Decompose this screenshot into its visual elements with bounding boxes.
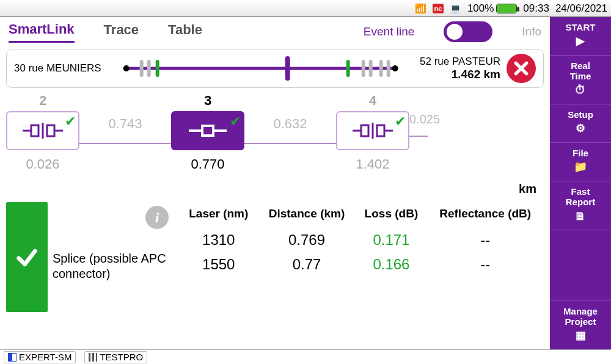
check-icon: ✔ bbox=[65, 114, 76, 129]
start-label: START bbox=[566, 22, 596, 32]
check-icon: ✔ bbox=[395, 114, 406, 129]
wifi-icon: 📶 bbox=[415, 3, 426, 14]
table-header-row: Laser (nm) Distance (km) Loss (dB) Refle… bbox=[180, 202, 544, 228]
battery-pct: 100% bbox=[467, 2, 494, 15]
nc-icon: nc bbox=[433, 4, 444, 13]
svg-rect-11 bbox=[386, 60, 390, 77]
grid-icon: ▦ bbox=[552, 329, 609, 342]
project-tag-b[interactable]: TESTPRO bbox=[84, 351, 147, 363]
th-distance: Distance (km) bbox=[258, 202, 356, 228]
realtime-button[interactable]: Real Time ⏱ bbox=[550, 56, 611, 104]
segment-3-dist: 0.025 bbox=[409, 112, 440, 126]
battery-icon bbox=[496, 4, 517, 13]
svg-point-1 bbox=[123, 65, 129, 71]
manageproject-button[interactable]: Manage Project ▦ bbox=[550, 301, 611, 349]
svg-rect-15 bbox=[47, 125, 54, 136]
battery-indicator: 100% bbox=[467, 2, 517, 15]
setup-button[interactable]: Setup ⚙ bbox=[550, 104, 611, 143]
event-3-card[interactable]: ✔ bbox=[171, 111, 244, 150]
total-length: 1.462 km bbox=[420, 68, 500, 81]
event-3[interactable]: 3 ✔ 0.770 bbox=[171, 93, 244, 172]
svg-rect-21 bbox=[361, 125, 368, 136]
fastreport-button[interactable]: Fast Report 🗎 bbox=[550, 181, 611, 230]
connector-icon bbox=[351, 120, 394, 141]
barcode-mini-icon bbox=[89, 353, 97, 362]
play-icon: ▶ bbox=[552, 35, 609, 48]
th-reflectance: Reflectance (dB) bbox=[426, 202, 544, 228]
fail-indicator[interactable] bbox=[507, 54, 536, 83]
event-2-num: 2 bbox=[39, 93, 46, 109]
svg-rect-18 bbox=[202, 126, 213, 136]
setup-label: Setup bbox=[568, 109, 593, 120]
detail-table: Laser (nm) Distance (km) Loss (dB) Refle… bbox=[180, 202, 544, 312]
folder-icon: 📁 bbox=[552, 161, 609, 173]
file-label: File bbox=[573, 148, 588, 158]
connector-icon bbox=[21, 120, 64, 141]
event-4-num: 4 bbox=[369, 93, 376, 109]
project-a-label: EXPERT-SM bbox=[19, 352, 71, 362]
view-tabs: SmartLink Trace Table Event line Info bbox=[0, 17, 550, 46]
tab-smartlink[interactable]: SmartLink bbox=[9, 21, 75, 43]
bottom-bar: EXPERT-SM TESTPRO bbox=[0, 349, 611, 364]
manageproject-label: Manage Project bbox=[563, 306, 598, 327]
info-button[interactable]: i bbox=[145, 206, 169, 229]
network-icon: 💻 bbox=[450, 3, 461, 14]
segment-1-dist: 0.743 bbox=[108, 116, 142, 132]
stopwatch-icon: ⏱ bbox=[552, 84, 609, 96]
svg-rect-8 bbox=[361, 60, 365, 77]
event-4[interactable]: 4 ✔ 1.402 bbox=[336, 93, 409, 172]
table-row: 1550 0.77 0.166 -- bbox=[180, 252, 544, 277]
link-overview: 30 rue MEUNIERS bbox=[6, 49, 544, 88]
cell-loss: 0.166 bbox=[356, 252, 426, 277]
cell-laser: 1550 bbox=[180, 252, 258, 277]
side-toolbar: START ▶ Real Time ⏱ Setup ⚙ File 📁 Fast … bbox=[550, 17, 611, 349]
svg-rect-10 bbox=[379, 60, 382, 77]
table-row: 1310 0.769 0.171 -- bbox=[180, 228, 544, 252]
svg-rect-13 bbox=[31, 125, 38, 136]
project-b-label: TESTPRO bbox=[100, 352, 143, 362]
detail-description: i Splice (possible APC connector) bbox=[53, 202, 175, 312]
loc-a: 30 rue MEUNIERS bbox=[14, 62, 101, 75]
splice-icon bbox=[186, 122, 229, 139]
segment-2: 0.632 bbox=[244, 93, 336, 144]
th-loss: Loss (dB) bbox=[356, 202, 426, 228]
svg-rect-6 bbox=[285, 56, 290, 81]
svg-rect-7 bbox=[346, 60, 349, 77]
event-4-dist: 1.402 bbox=[356, 156, 389, 172]
unit-label: km bbox=[519, 182, 536, 196]
side-spacer bbox=[550, 230, 611, 301]
event-4-card[interactable]: ✔ bbox=[336, 111, 409, 150]
event-2-dist: 0.026 bbox=[26, 156, 59, 172]
tab-trace[interactable]: Trace bbox=[104, 22, 139, 42]
svg-rect-23 bbox=[377, 125, 384, 136]
eventline-toggle[interactable] bbox=[444, 21, 492, 42]
overview-track[interactable] bbox=[108, 56, 414, 81]
detail-desc-text: Splice (possible APC connector) bbox=[53, 233, 175, 282]
segment-3: 0.025 bbox=[409, 93, 428, 137]
check-icon: ✔ bbox=[230, 114, 241, 129]
th-laser: Laser (nm) bbox=[180, 202, 258, 228]
file-button[interactable]: File 📁 bbox=[550, 143, 611, 181]
cell-distance: 0.77 bbox=[258, 252, 356, 277]
event-detail: i Splice (possible APC connector) Laser … bbox=[6, 202, 544, 312]
event-3-dist: 0.770 bbox=[191, 156, 224, 172]
tab-table[interactable]: Table bbox=[168, 22, 202, 42]
cell-laser: 1310 bbox=[180, 228, 258, 252]
project-tag-a[interactable]: EXPERT-SM bbox=[4, 351, 76, 363]
eventline-label: Event line bbox=[364, 25, 414, 38]
report-icon: 🗎 bbox=[552, 210, 609, 223]
event-carousel[interactable]: 2 ✔ 0.026 0. bbox=[0, 93, 550, 200]
cell-reflectance: -- bbox=[426, 228, 544, 252]
loc-b: 52 rue PASTEUR 1.462 km bbox=[420, 56, 500, 81]
start-button[interactable]: START ▶ bbox=[550, 17, 611, 56]
check-icon bbox=[15, 245, 39, 269]
overview-svg bbox=[108, 56, 414, 81]
close-icon bbox=[513, 60, 529, 76]
loc-b-text: 52 rue PASTEUR bbox=[420, 56, 500, 68]
svg-rect-9 bbox=[368, 60, 372, 77]
svg-rect-5 bbox=[155, 60, 159, 77]
event-2-card[interactable]: ✔ bbox=[6, 111, 79, 150]
event-3-num: 3 bbox=[204, 93, 211, 109]
event-2[interactable]: 2 ✔ 0.026 bbox=[6, 93, 79, 172]
realtime-label: Real Time bbox=[570, 60, 591, 81]
